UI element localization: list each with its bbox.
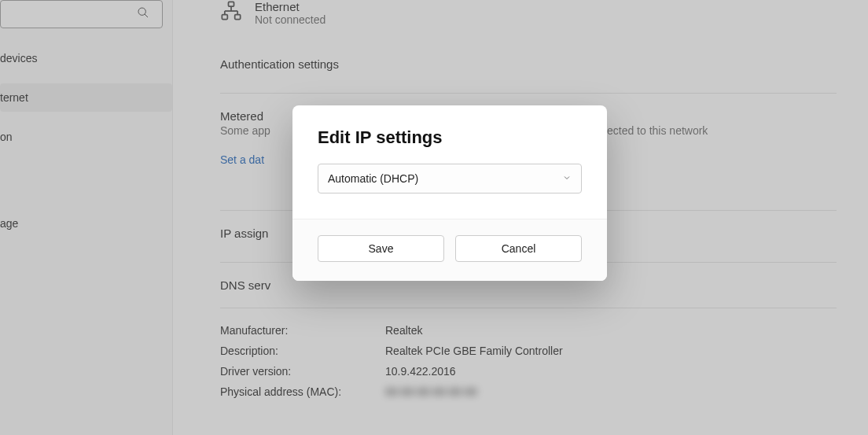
sidebar-item-on[interactable]: on (0, 123, 172, 151)
sidebar-item-devices[interactable]: devices (0, 44, 172, 72)
svg-line-1 (145, 14, 148, 17)
ip-mode-dropdown[interactable]: Automatic (DHCP) (318, 164, 582, 194)
svg-rect-2 (229, 2, 234, 6)
divider (220, 93, 837, 94)
divider (220, 308, 837, 308)
cancel-button[interactable]: Cancel (455, 235, 582, 262)
ethernet-title: Ethernet (255, 0, 326, 13)
search-icon (137, 6, 149, 22)
auth-settings-heading[interactable]: Authentication settings (220, 57, 868, 71)
svg-rect-3 (222, 15, 227, 20)
description-value: Realtek PCIe GBE Family Controller (385, 345, 563, 357)
set-data-limit-link[interactable]: Set a dat (220, 153, 264, 166)
save-button[interactable]: Save (318, 235, 444, 262)
manufacturer-label: Manufacturer: (220, 324, 385, 337)
detail-row-mac: Physical address (MAC): 00-00-00-00-00-0… (220, 385, 868, 398)
ethernet-icon (220, 0, 242, 25)
detail-row-manufacturer: Manufacturer: Realtek (220, 324, 868, 337)
detail-row-driver: Driver version: 10.9.422.2016 (220, 365, 868, 378)
svg-rect-4 (235, 15, 241, 20)
driver-label: Driver version: (220, 365, 385, 378)
search-input[interactable] (0, 0, 163, 28)
detail-row-description: Description: Realtek PCIe GBE Family Con… (220, 345, 868, 357)
dialog-title: Edit IP settings (318, 127, 582, 148)
chevron-down-icon (562, 172, 572, 185)
ethernet-header: Ethernet Not connected (220, 0, 868, 26)
driver-value: 10.9.422.2016 (385, 365, 456, 378)
sidebar: devices ternet on age (0, 0, 173, 435)
edit-ip-dialog: Edit IP settings Automatic (DHCP) Save C… (292, 105, 607, 281)
mac-label: Physical address (MAC): (220, 385, 385, 398)
sidebar-item-internet[interactable]: ternet (0, 83, 172, 112)
mac-value: 00-00-00-00-00-00 (385, 385, 477, 398)
svg-point-0 (138, 8, 145, 15)
description-label: Description: (220, 345, 385, 357)
dropdown-value: Automatic (DHCP) (328, 172, 418, 185)
ethernet-status: Not connected (255, 13, 326, 26)
manufacturer-value: Realtek (385, 324, 422, 337)
sidebar-item-age[interactable]: age (0, 209, 172, 238)
